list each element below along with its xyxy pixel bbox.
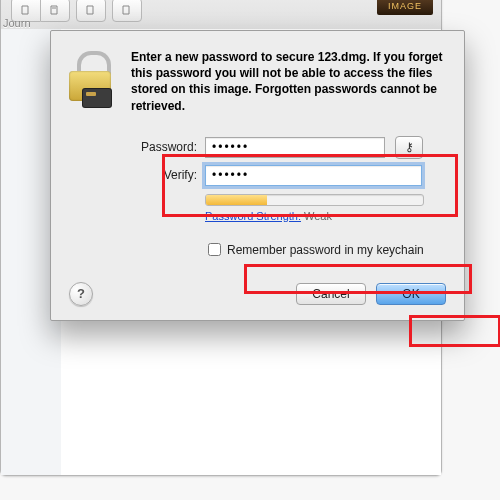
password-assistant-button[interactable]: ⚷ xyxy=(395,136,423,159)
remember-keychain-row[interactable]: Remember password in my keychain xyxy=(205,240,430,260)
password-input[interactable] xyxy=(205,137,385,158)
lock-icon xyxy=(69,49,117,103)
password-dialog: Enter a new password to secure 123.dmg. … xyxy=(50,30,465,321)
key-icon: ⚷ xyxy=(405,140,414,154)
dialog-message: Enter a new password to secure 123.dmg. … xyxy=(131,49,446,114)
password-strength-meter xyxy=(205,194,424,206)
password-strength-link[interactable]: Password Strength: xyxy=(205,210,301,222)
toolbar-button[interactable] xyxy=(40,0,70,22)
sidebar-item-label: Journ xyxy=(3,17,31,29)
remember-keychain-checkbox[interactable] xyxy=(208,243,221,256)
toolbar-button[interactable] xyxy=(112,0,142,22)
image-badge: IMAGE xyxy=(377,0,433,15)
ok-button[interactable]: OK xyxy=(376,283,446,305)
toolbar-button[interactable] xyxy=(76,0,106,22)
password-strength-value: Weak xyxy=(304,210,332,222)
remember-keychain-label: Remember password in my keychain xyxy=(227,243,424,257)
verify-input[interactable] xyxy=(205,165,422,186)
verify-label: Verify: xyxy=(121,168,197,182)
password-label: Password: xyxy=(121,140,197,154)
help-button[interactable]: ? xyxy=(69,282,93,306)
password-strength-fill xyxy=(206,195,267,205)
cancel-button[interactable]: Cancel xyxy=(296,283,366,305)
help-icon: ? xyxy=(77,286,85,301)
